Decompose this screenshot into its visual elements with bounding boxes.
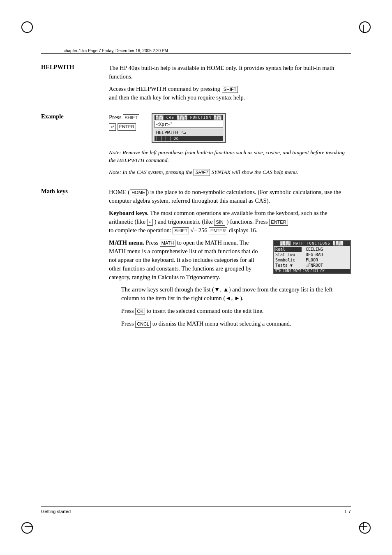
math-menu-prefix-text: Press (146, 239, 159, 246)
example-section: Example Press SHIFT x² ENTER ▓▓▓ (41, 113, 351, 180)
screen-bottom: │ │ │ │ OK (154, 136, 223, 141)
screen-title-bar: ▓▓▓ CAS ▓▓▓ ▓ FUNCTION ▓▓▓ (154, 115, 223, 120)
tab-ok: OK (321, 269, 325, 273)
tab-cons: CONS (283, 269, 291, 273)
screen-title-left: ▓▓▓ CAS ▓▓▓ (156, 116, 185, 120)
mathkeys-label: Math keys (41, 188, 68, 194)
crosshair-bl (25, 522, 33, 530)
tab-cas: CAS (302, 269, 309, 273)
math-item-real: Real (274, 247, 302, 252)
math-fn-degrad: DEG→RAD (305, 252, 324, 257)
math-menu-text: MATH menu. Press MATH to open the MATH m… (109, 238, 266, 285)
sin-key: SIN (214, 219, 225, 226)
math-item-stattwo: Stat-Two (274, 252, 302, 257)
note1: Note: Remove the left parenthesis from b… (109, 149, 351, 164)
helpwith-para2: Access the HELPWITH command by pressing … (109, 85, 351, 102)
cancel-para: Press CNCL to dismiss the MATH menu with… (121, 319, 351, 328)
helpwith-label: HELPWITH (41, 64, 74, 70)
keyboard-text2: ) and trigonometric (like (154, 218, 213, 225)
enter-key-kb2: ENTER (209, 227, 227, 234)
keyboard-text3: ) functions. Press (226, 218, 267, 225)
math-key: MATH (160, 240, 175, 247)
math-item-symbolic: Symbolic (274, 257, 302, 263)
plus-key: + (147, 219, 153, 226)
math-item-tests: Tests ▼ (274, 263, 302, 268)
crosshair-br (359, 522, 367, 530)
home-prefix: HOME ( (109, 189, 130, 195)
screen-input: <Xpr>² (154, 121, 223, 128)
shift-key-note2: SHIFT (194, 169, 210, 176)
ok-text: to insert the selected command onto the … (147, 308, 264, 314)
cancel-text: to dismiss the MATH menu without selecti… (152, 320, 291, 327)
crosshair-tr (359, 25, 367, 33)
arrow-keys-block: The arrow keys scroll through the list (… (121, 285, 351, 303)
helpwith-screen: ▓▓▓ CAS ▓▓▓ ▓ FUNCTION ▓▓▓ <Xpr>² HELPWI… (152, 113, 226, 143)
x2-key: x² (109, 123, 116, 130)
helpwith-para2-prefix: Access the HELPWITH command by pressing (109, 86, 220, 92)
math-col-left: Real Stat-Two Symbolic Tests ▼ (274, 247, 303, 268)
keyboard-text6: displays 16. (229, 227, 257, 234)
keyboard-keys-bold: Keyboard keys. (109, 210, 149, 216)
footer-right: 1-7 (344, 509, 351, 514)
tab-cncl: CNCL (310, 269, 319, 273)
note2-suffix: SYNTAX will show the CAS help menu. (212, 169, 298, 175)
cancel-block: Press CNCL to dismiss the MATH menu with… (121, 319, 351, 328)
note2-prefix: Note: In the CAS system, pressing the (109, 169, 192, 175)
helpwith-label-col: HELPWITH (41, 64, 109, 106)
helpwith-content: The HP 40gs built-in help is available i… (109, 64, 351, 106)
math-menu-layout: MATH menu. Press MATH to open the MATH m… (109, 238, 351, 285)
header-rule (41, 53, 351, 54)
corner-mark-tr (359, 21, 371, 33)
example-line2: x² ENTER (109, 123, 139, 130)
shift-key-kb: SHIFT (173, 227, 189, 234)
math-screen-bottom: MTH CONS PRTS CAS CNCL OK (274, 269, 350, 273)
mathkeys-label-col: Math keys (41, 188, 109, 332)
shift-key-example: SHIFT (123, 114, 139, 121)
ok-key: OK (135, 308, 145, 315)
math-fn-floor: FLOOR (305, 257, 324, 263)
cancel-prefix: Press (121, 320, 134, 327)
enter-key-kb: ENTER (269, 219, 288, 226)
example-keys: Press SHIFT x² ENTER (109, 114, 139, 131)
keyboard-keys-para: Keyboard keys. The most common operation… (109, 209, 351, 235)
enter-key-example: ENTER (118, 123, 136, 130)
example-press: Press (109, 114, 122, 120)
example-label: Example (41, 113, 64, 120)
helpwith-section: HELPWITH The HP 40gs built-in help is av… (41, 64, 351, 106)
footer-left: Getting started (41, 509, 71, 514)
helpwith-para1: The HP 40gs built-in help is available i… (109, 64, 351, 81)
screen-title-right: ▓ FUNCTION ▓▓▓ (185, 116, 222, 120)
ok-prefix: Press (121, 308, 134, 314)
cancel-key: CNCL (135, 321, 151, 328)
corner-mark-bl (21, 522, 33, 534)
screen-ok: │ │ │ │ OK (156, 136, 178, 141)
example-line1: Press SHIFT (109, 114, 139, 121)
helpwith-para2-suffix: and then the math key for which you requ… (109, 94, 245, 101)
mathkeys-content: HOME (HOME) is the place to do non-symbo… (109, 188, 351, 332)
math-screen-content: Real Stat-Two Symbolic Tests ▼ CEILING D… (274, 246, 350, 269)
mathkeys-para1: HOME (HOME) is the place to do non-symbo… (109, 188, 351, 205)
keyboard-text5: √– 256 (191, 227, 209, 234)
tab-prts: PRTS (293, 269, 301, 273)
math-menu-bold: MATH menu. (109, 239, 144, 246)
ok-block: Press OK to insert the selected command … (121, 307, 351, 315)
math-menu-para: MATH menu. Press MATH to open the MATH m… (109, 238, 266, 282)
math-screen-title: ▓▓▓▓ MATH FUNCTIONS ▓▓▓▓ (274, 241, 350, 246)
note2: Note: In the CAS system, pressing the SH… (109, 169, 351, 176)
screen-helpwith-line: HELPWITH ²↵ (154, 129, 223, 136)
home-key: HOME (130, 189, 147, 196)
example-content: Press SHIFT x² ENTER ▓▓▓ CAS ▓▓▓ ▓ FUNCT… (109, 113, 351, 180)
page-content: HELPWITH The HP 40gs built-in help is av… (41, 64, 351, 506)
example-label-col: Example (41, 113, 109, 180)
math-screen: ▓▓▓▓ MATH FUNCTIONS ▓▓▓▓ Real Stat-Two S… (273, 240, 351, 274)
corner-mark-tl (21, 21, 33, 33)
arrow-keys-para: The arrow keys scroll through the list (… (121, 285, 351, 303)
shift-key-1: SHIFT (222, 86, 238, 93)
math-col-right: CEILING DEG→RAD FLOOR ↓FNROOT (303, 247, 324, 268)
tab-mth: MTH (275, 269, 281, 273)
keyboard-text4: to complete the operation: (109, 227, 171, 234)
ok-para: Press OK to insert the selected command … (121, 307, 351, 315)
corner-mark-br (359, 522, 371, 534)
math-fn-fnroot: ↓FNROOT (305, 263, 324, 268)
page-footer: Getting started 1-7 (41, 506, 351, 514)
